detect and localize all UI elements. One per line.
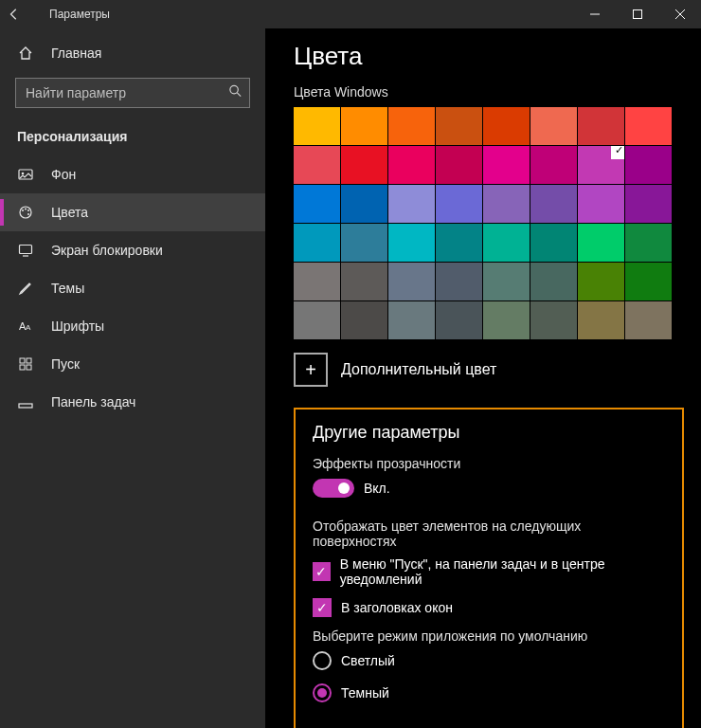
checkbox-icon: ✓ <box>313 562 331 581</box>
color-swatch[interactable] <box>341 146 387 184</box>
color-swatch[interactable] <box>625 224 672 262</box>
color-swatch[interactable] <box>530 224 577 262</box>
color-swatch[interactable] <box>294 185 340 223</box>
color-swatch[interactable] <box>341 224 387 262</box>
maximize-button[interactable] <box>616 0 658 28</box>
color-swatch[interactable] <box>578 263 624 300</box>
app-mode-label: Выберите режим приложения по умолчанию <box>313 628 665 644</box>
color-swatch[interactable] <box>483 301 530 339</box>
color-swatch[interactable] <box>436 146 482 184</box>
sidebar-item-label: Экран блокировки <box>51 243 163 258</box>
svg-rect-13 <box>20 246 32 254</box>
color-swatch[interactable] <box>483 185 530 223</box>
home-link[interactable]: Главная <box>0 36 265 70</box>
color-swatch[interactable] <box>625 263 672 300</box>
color-swatch[interactable] <box>578 301 624 339</box>
sidebar-item-6[interactable]: Панель задач <box>0 383 265 421</box>
svg-text:A: A <box>26 323 31 332</box>
color-swatch[interactable] <box>530 107 577 145</box>
nav-icon <box>17 356 34 372</box>
color-swatch[interactable] <box>341 301 387 339</box>
other-options-heading: Другие параметры <box>313 423 665 443</box>
svg-point-7 <box>22 173 25 175</box>
color-swatch[interactable] <box>388 224 435 262</box>
color-swatch[interactable] <box>388 301 435 339</box>
color-swatch[interactable] <box>341 107 387 145</box>
color-swatch[interactable] <box>483 107 530 145</box>
search-input[interactable] <box>15 78 250 108</box>
color-swatch[interactable] <box>530 185 577 223</box>
transparency-label: Эффекты прозрачности <box>313 456 665 471</box>
color-swatch[interactable] <box>294 301 340 339</box>
color-swatch[interactable] <box>436 263 482 300</box>
plus-icon: + <box>294 353 328 387</box>
color-swatch[interactable] <box>530 301 577 339</box>
sidebar-item-label: Шрифты <box>51 318 104 334</box>
color-swatch[interactable] <box>436 224 482 262</box>
color-swatch[interactable] <box>625 146 672 184</box>
svg-point-11 <box>27 209 29 211</box>
sidebar-item-label: Панель задач <box>51 394 135 410</box>
color-swatches <box>294 107 673 339</box>
color-swatch[interactable] <box>294 263 340 300</box>
color-swatch[interactable] <box>483 146 530 184</box>
radio-icon <box>313 683 332 702</box>
transparency-toggle[interactable] <box>313 479 354 498</box>
home-label: Главная <box>51 46 101 61</box>
minimize-button[interactable] <box>573 0 616 28</box>
sidebar-item-4[interactable]: AAШрифты <box>0 307 265 345</box>
color-swatch[interactable] <box>294 146 340 184</box>
sidebar-item-2[interactable]: Экран блокировки <box>0 231 265 269</box>
color-swatch[interactable] <box>341 263 387 300</box>
sidebar-item-label: Темы <box>51 281 84 296</box>
color-swatch[interactable] <box>625 107 672 145</box>
svg-point-12 <box>27 213 29 215</box>
sidebar-item-label: Фон <box>51 167 76 182</box>
svg-point-4 <box>230 85 238 93</box>
color-swatch[interactable] <box>578 185 624 223</box>
nav-icon <box>17 243 34 258</box>
color-swatch[interactable] <box>530 146 577 184</box>
color-swatch[interactable] <box>294 107 340 145</box>
svg-rect-21 <box>19 404 32 408</box>
checkbox-label: В меню "Пуск", на панели задач и в центр… <box>340 556 665 587</box>
color-swatch[interactable] <box>483 224 530 262</box>
window-title: Параметры <box>49 8 110 21</box>
color-swatch[interactable] <box>436 301 482 339</box>
sidebar-item-label: Пуск <box>51 356 80 372</box>
color-swatch[interactable] <box>436 107 482 145</box>
checkbox-label: В заголовках окон <box>341 600 453 615</box>
color-swatch[interactable] <box>388 263 435 300</box>
color-swatch[interactable] <box>578 107 624 145</box>
radio-icon <box>313 651 332 670</box>
radio-label: Светлый <box>341 653 395 668</box>
custom-color-button[interactable]: + Дополнительный цвет <box>294 353 682 387</box>
radio-light[interactable]: Светлый <box>313 651 665 670</box>
close-button[interactable] <box>658 0 701 28</box>
back-button[interactable] <box>0 8 28 21</box>
color-swatch[interactable] <box>294 224 340 262</box>
color-swatch[interactable] <box>341 185 387 223</box>
color-swatch[interactable] <box>530 263 577 300</box>
color-swatch[interactable] <box>625 185 672 223</box>
search-box[interactable] <box>15 78 250 108</box>
checkbox-titlebars[interactable]: ✓ В заголовках окон <box>313 598 665 617</box>
color-swatch[interactable] <box>388 146 435 184</box>
color-swatch[interactable] <box>578 146 624 184</box>
color-swatch[interactable] <box>388 107 435 145</box>
color-swatch[interactable] <box>436 185 482 223</box>
nav-icon <box>17 205 34 220</box>
sidebar-item-1[interactable]: Цвета <box>0 193 265 231</box>
color-swatch[interactable] <box>625 301 672 339</box>
color-swatch[interactable] <box>578 224 624 262</box>
checkbox-start-taskbar[interactable]: ✓ В меню "Пуск", на панели задач и в цен… <box>313 556 665 587</box>
sidebar-item-0[interactable]: Фон <box>0 155 265 193</box>
radio-dark[interactable]: Темный <box>313 683 665 702</box>
surfaces-label: Отображать цвет элементов на следующих п… <box>313 519 665 549</box>
radio-label: Темный <box>341 685 389 701</box>
sidebar-item-3[interactable]: Темы <box>0 269 265 307</box>
sidebar-item-5[interactable]: Пуск <box>0 345 265 383</box>
color-swatch[interactable] <box>388 185 435 223</box>
svg-point-10 <box>25 209 27 210</box>
color-swatch[interactable] <box>483 263 530 300</box>
